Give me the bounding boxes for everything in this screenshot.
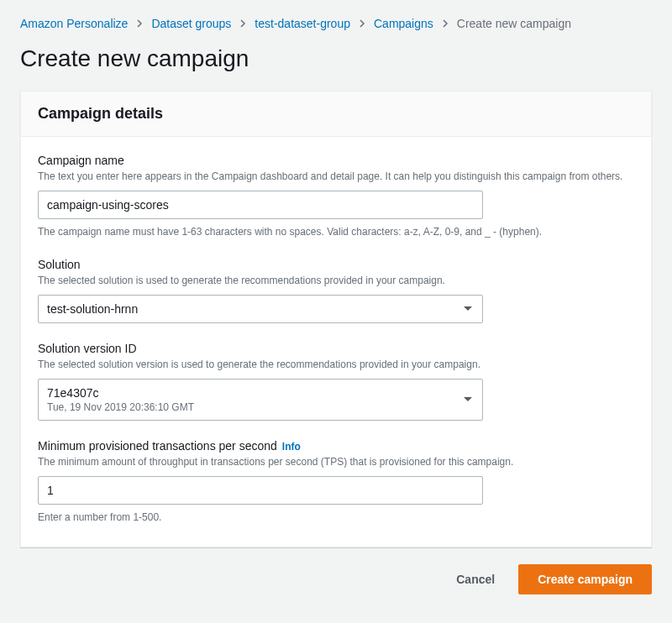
min-tps-desc: The minimum amount of throughput in tran…: [38, 454, 634, 469]
breadcrumb-current: Create new campaign: [457, 17, 571, 30]
breadcrumb-link-dataset-groups[interactable]: Dataset groups: [151, 17, 231, 30]
breadcrumb: Amazon Personalize Dataset groups test-d…: [20, 17, 652, 30]
chevron-right-icon: [239, 20, 246, 27]
breadcrumb-link-personalize[interactable]: Amazon Personalize: [20, 17, 128, 30]
campaign-details-panel: Campaign details Campaign name The text …: [20, 91, 652, 547]
campaign-name-input[interactable]: [38, 191, 483, 219]
panel-body: Campaign name The text you enter here ap…: [21, 137, 651, 547]
campaign-name-label: Campaign name: [38, 154, 124, 167]
chevron-right-icon: [442, 20, 449, 27]
solution-version-label: Solution version ID: [38, 342, 137, 355]
breadcrumb-link-campaigns[interactable]: Campaigns: [374, 17, 433, 30]
solution-version-value: 71e4307c: [47, 386, 454, 400]
solution-label: Solution: [38, 258, 81, 271]
min-tps-input[interactable]: [38, 476, 483, 505]
min-tps-hint: Enter a number from 1-500.: [38, 510, 634, 525]
create-campaign-button[interactable]: Create campaign: [518, 564, 652, 594]
solution-version-timestamp: Tue, 19 Nov 2019 20:36:10 GMT: [47, 401, 454, 413]
panel-header: Campaign details: [21, 92, 651, 137]
chevron-right-icon: [359, 20, 365, 27]
cancel-button[interactable]: Cancel: [443, 565, 508, 594]
info-link[interactable]: Info: [282, 441, 301, 453]
form-actions: Cancel Create campaign: [20, 564, 652, 594]
field-solution-version: Solution version ID The selected solutio…: [38, 342, 634, 421]
page-title: Create new campaign: [20, 45, 652, 72]
solution-select-value: test-solution-hrnn: [47, 302, 454, 316]
campaign-name-desc: The text you enter here appears in the C…: [38, 169, 634, 184]
min-tps-label: Minimum provisioned transactions per sec…: [38, 439, 277, 453]
campaign-name-hint: The campaign name must have 1-63 charact…: [38, 224, 634, 239]
solution-desc: The selected solution is used to generat…: [38, 273, 634, 288]
solution-version-desc: The selected solution version is used to…: [38, 357, 634, 372]
solution-select[interactable]: test-solution-hrnn: [38, 295, 483, 323]
field-campaign-name: Campaign name The text you enter here ap…: [38, 154, 634, 239]
chevron-right-icon: [136, 20, 143, 27]
field-min-tps: Minimum provisioned transactions per sec…: [38, 439, 634, 525]
solution-version-select[interactable]: 71e4307c Tue, 19 Nov 2019 20:36:10 GMT: [38, 379, 483, 421]
field-solution: Solution The selected solution is used t…: [38, 258, 634, 323]
panel-title: Campaign details: [38, 105, 634, 123]
breadcrumb-link-test-dataset-group[interactable]: test-dataset-group: [255, 17, 350, 30]
